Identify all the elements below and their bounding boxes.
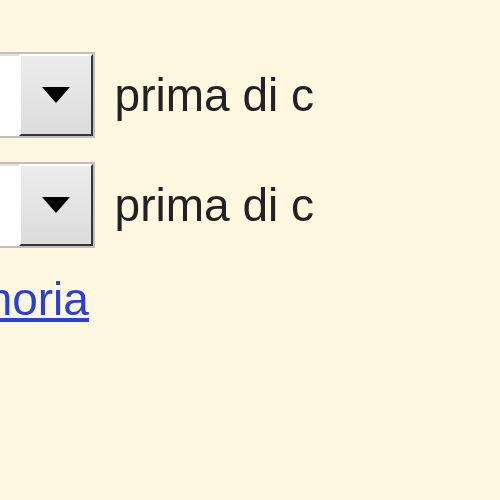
unit-select-1[interactable]: uti (0, 52, 95, 138)
unit-select-2-value: uti (0, 164, 19, 246)
svg-marker-1 (42, 197, 70, 213)
svg-marker-0 (42, 87, 70, 103)
reminder-row-1-suffix: prima di c (115, 68, 314, 122)
link-row: memoria (0, 272, 500, 326)
unit-select-1-value: uti (0, 54, 19, 136)
reminder-row-2-suffix: prima di c (115, 178, 314, 232)
unit-select-1-button[interactable] (19, 54, 93, 136)
chevron-down-icon (42, 87, 70, 103)
reminder-row-1: uti prima di c (0, 52, 500, 138)
reminder-row-2: uti prima di c (0, 162, 500, 248)
chevron-down-icon (42, 197, 70, 213)
memoria-link[interactable]: memoria (0, 273, 89, 325)
unit-select-2-button[interactable] (19, 164, 93, 246)
unit-select-2[interactable]: uti (0, 162, 95, 248)
